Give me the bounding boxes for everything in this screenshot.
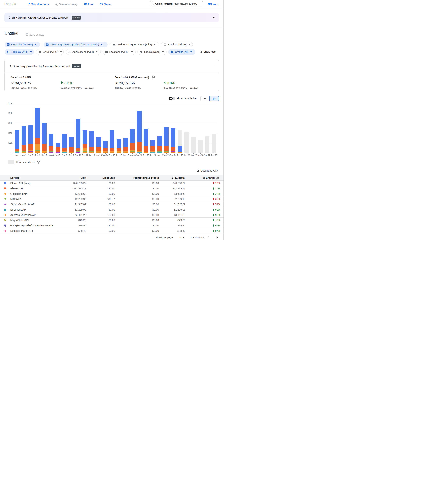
svg-text:?: ? — [38, 161, 39, 163]
svg-text:?: ? — [217, 177, 218, 179]
